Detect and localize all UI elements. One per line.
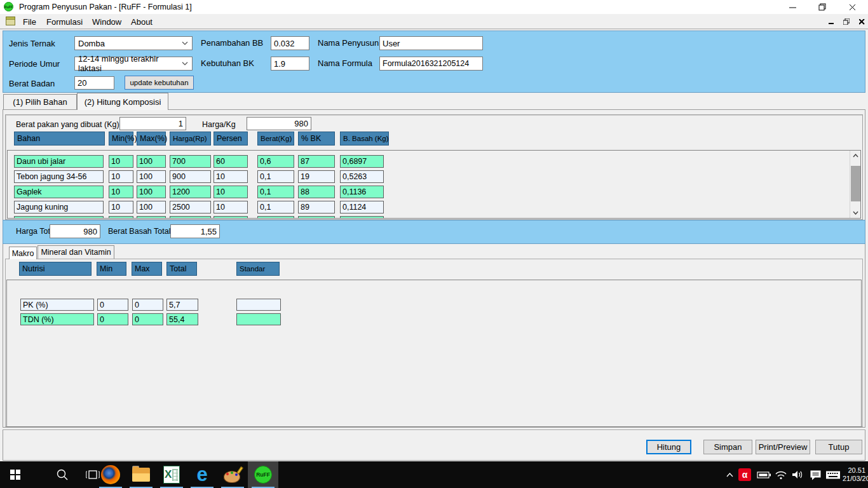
cell-persen-partial[interactable] bbox=[214, 216, 248, 219]
minimize-icon[interactable] bbox=[778, 0, 807, 14]
cell-harga[interactable]: 900 bbox=[170, 170, 211, 183]
search-button[interactable] bbox=[48, 461, 76, 488]
cell-min[interactable]: 10 bbox=[109, 186, 133, 198]
nut-cell-max[interactable]: 0 bbox=[132, 313, 163, 325]
berat-badan-field[interactable]: 20 bbox=[74, 76, 114, 90]
harga-kg-field[interactable]: 980 bbox=[247, 117, 311, 130]
cell-bahan[interactable]: Jagung kuning bbox=[14, 201, 104, 214]
cell-bahan[interactable]: Daun ubi jalar bbox=[14, 155, 104, 168]
cell-bk[interactable]: 89 bbox=[298, 201, 335, 214]
nut-cell-nutrisi[interactable]: PK (%) bbox=[20, 299, 94, 311]
cell-berat[interactable]: 0,6 bbox=[257, 155, 294, 168]
tray-keyboard-icon[interactable] bbox=[824, 461, 843, 488]
taskbar-ruff-active[interactable]: RuFF bbox=[248, 461, 278, 488]
clock-date[interactable]: 21/03/2016 bbox=[843, 475, 868, 482]
cell-harga[interactable]: 2500 bbox=[170, 201, 211, 214]
nut-cell-nutrisi[interactable]: TDN (%) bbox=[20, 313, 94, 325]
cell-persen[interactable]: 60 bbox=[214, 155, 248, 168]
mdi-minimize-icon[interactable] bbox=[826, 17, 836, 26]
menu-about[interactable]: About bbox=[129, 17, 154, 27]
tray-notification-icon[interactable] bbox=[807, 461, 824, 488]
cell-min-partial[interactable] bbox=[109, 216, 133, 219]
hitung-button[interactable]: Hitung bbox=[646, 440, 691, 454]
jenis-ternak-select[interactable]: Domba bbox=[74, 36, 193, 50]
close-icon[interactable] bbox=[838, 0, 867, 14]
cell-persen[interactable]: 10 bbox=[214, 201, 248, 214]
cell-max[interactable]: 100 bbox=[137, 186, 166, 198]
cell-bahan-partial[interactable] bbox=[14, 216, 104, 219]
simpan-button[interactable]: Simpan bbox=[703, 440, 752, 454]
menu-formulasi[interactable]: Formulasi bbox=[44, 17, 85, 27]
taskbar-paint[interactable] bbox=[217, 461, 248, 488]
clock-time[interactable]: 20.51 bbox=[844, 466, 865, 474]
nut-cell-standar[interactable] bbox=[236, 299, 281, 311]
tray-wifi-icon[interactable] bbox=[773, 461, 789, 488]
cell-min[interactable]: 10 bbox=[109, 170, 133, 183]
mdi-close-icon[interactable] bbox=[857, 17, 867, 26]
print-preview-button[interactable]: Print/Preview bbox=[756, 440, 810, 454]
vertical-scrollbar[interactable] bbox=[850, 151, 860, 218]
cell-harga[interactable]: 1200 bbox=[170, 186, 211, 198]
tab-hitung-komposisi[interactable]: (2) Hitung Komposisi bbox=[77, 93, 168, 110]
cell-basah-partial[interactable] bbox=[340, 216, 384, 219]
nut-cell-min[interactable]: 0 bbox=[97, 313, 128, 325]
cell-min[interactable]: 10 bbox=[109, 155, 133, 168]
tray-chevron-up-icon[interactable] bbox=[723, 461, 736, 488]
cell-persen[interactable]: 10 bbox=[214, 186, 248, 198]
cell-harga-partial[interactable] bbox=[170, 216, 211, 219]
nut-cell-max[interactable]: 0 bbox=[132, 299, 163, 311]
berat-pakan-field[interactable]: 1 bbox=[119, 117, 186, 130]
cell-bahan[interactable]: Tebon jagung 34-56 bbox=[14, 170, 104, 183]
cell-basah[interactable]: 0,1124 bbox=[340, 201, 384, 214]
tray-avira-icon[interactable]: α bbox=[737, 461, 752, 488]
cell-harga[interactable]: 700 bbox=[170, 155, 211, 168]
cell-basah[interactable]: 0,6897 bbox=[340, 155, 384, 168]
cell-max-partial[interactable] bbox=[137, 216, 166, 219]
scroll-down-icon[interactable] bbox=[850, 208, 861, 218]
cell-berat[interactable]: 0,1 bbox=[257, 186, 294, 198]
cell-bk-partial[interactable] bbox=[298, 216, 335, 219]
berat-basah-total-field[interactable]: 1,55 bbox=[170, 224, 220, 238]
cell-bk[interactable]: 87 bbox=[298, 155, 335, 168]
menu-window[interactable]: Window bbox=[90, 17, 123, 27]
cell-basah[interactable]: 0,5263 bbox=[340, 170, 384, 183]
scroll-up-icon[interactable] bbox=[850, 151, 861, 161]
taskbar-file-explorer[interactable] bbox=[126, 461, 156, 488]
cell-berat-partial[interactable] bbox=[257, 216, 294, 219]
taskbar-firefox[interactable] bbox=[95, 461, 126, 488]
cell-berat[interactable]: 0,1 bbox=[257, 170, 294, 183]
cell-min[interactable]: 10 bbox=[109, 201, 133, 214]
cell-bk[interactable]: 19 bbox=[298, 170, 335, 183]
nama-formula-field[interactable]: Formula2016321205124 bbox=[379, 57, 483, 71]
cell-bahan[interactable]: Gaplek bbox=[14, 186, 104, 198]
nama-penyusun-field[interactable]: User bbox=[379, 36, 483, 50]
restore-icon[interactable] bbox=[808, 0, 836, 14]
nut-cell-total[interactable]: 55,4 bbox=[166, 313, 198, 325]
update-kebutuhan-button[interactable]: update kebutuhan bbox=[125, 76, 194, 90]
tray-volume-icon[interactable] bbox=[789, 461, 807, 488]
tray-battery-icon[interactable] bbox=[755, 461, 773, 488]
nut-cell-standar[interactable] bbox=[236, 313, 281, 325]
cell-max[interactable]: 100 bbox=[137, 155, 166, 168]
cell-max[interactable]: 100 bbox=[137, 170, 166, 183]
cell-max[interactable]: 100 bbox=[137, 201, 166, 214]
taskbar-excel[interactable]: X bbox=[156, 461, 187, 488]
menu-file[interactable]: File bbox=[21, 17, 38, 27]
tutup-button[interactable]: Tutup bbox=[815, 440, 862, 454]
tab-pilih-bahan[interactable]: (1) Pilih Bahan bbox=[3, 94, 77, 109]
harga-total-field[interactable]: 980 bbox=[50, 224, 100, 238]
mdi-restore-icon[interactable] bbox=[841, 17, 851, 26]
cell-basah[interactable]: 0,1136 bbox=[340, 186, 384, 198]
penambahan-bb-field[interactable]: 0.032 bbox=[271, 36, 309, 50]
nut-cell-min[interactable]: 0 bbox=[97, 299, 128, 311]
tab-mineral-vitamin[interactable]: Mineral dan Vitamin bbox=[37, 245, 114, 259]
nut-cell-total[interactable]: 5,7 bbox=[166, 299, 198, 311]
kebutuhan-bk-field[interactable]: 1.9 bbox=[271, 57, 309, 71]
scrollbar-thumb[interactable] bbox=[851, 166, 860, 201]
cell-bk[interactable]: 88 bbox=[298, 186, 335, 198]
taskbar-edge[interactable]: e bbox=[187, 461, 217, 488]
tab-makro[interactable]: Makro bbox=[9, 247, 37, 259]
cell-berat[interactable]: 0,1 bbox=[257, 201, 294, 214]
start-button[interactable] bbox=[0, 461, 31, 488]
cell-persen[interactable]: 10 bbox=[214, 170, 248, 183]
